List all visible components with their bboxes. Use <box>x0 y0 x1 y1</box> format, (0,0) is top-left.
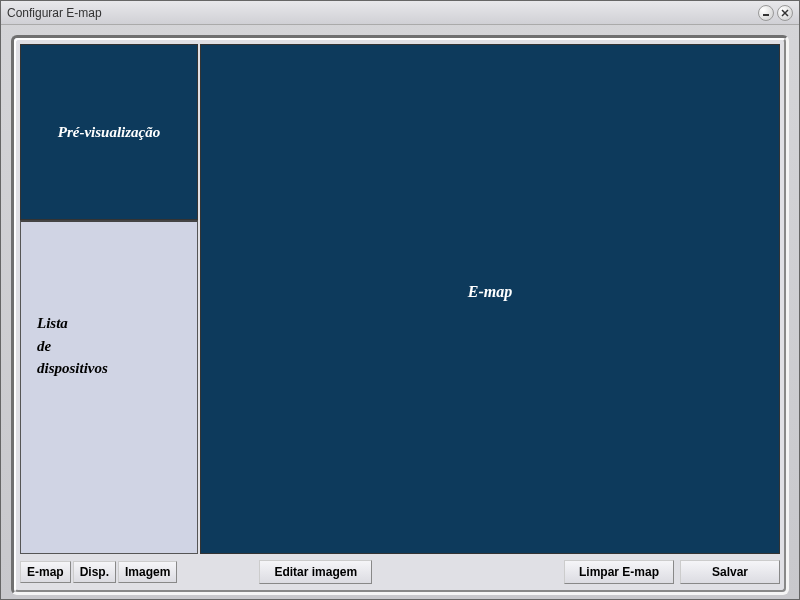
edit-image-button[interactable]: Editar imagem <box>259 560 372 584</box>
tab-disp[interactable]: Disp. <box>73 561 116 583</box>
bottom-bar: E-map Disp. Imagem Editar imagem Limpar … <box>20 558 780 586</box>
content-grid: Pré-visualização Listadedispositivos E-m… <box>20 44 780 554</box>
window-root: Configurar E-map Pré-visualização Listad… <box>0 0 800 600</box>
window-title: Configurar E-map <box>7 6 102 20</box>
emap-label: E-map <box>468 283 512 301</box>
titlebar-controls <box>758 5 793 21</box>
svg-rect-0 <box>763 14 769 16</box>
close-icon[interactable] <box>777 5 793 21</box>
tab-imagem[interactable]: Imagem <box>118 561 177 583</box>
device-list-pane: Listadedispositivos <box>20 220 198 554</box>
save-button[interactable]: Salvar <box>680 560 780 584</box>
window-body: Pré-visualização Listadedispositivos E-m… <box>1 25 799 599</box>
tab-group: E-map Disp. Imagem <box>20 561 177 583</box>
preview-pane: Pré-visualização <box>20 44 198 220</box>
preview-label: Pré-visualização <box>58 124 161 141</box>
minimize-icon[interactable] <box>758 5 774 21</box>
emap-canvas[interactable]: E-map <box>200 44 780 554</box>
clear-emap-button[interactable]: Limpar E-map <box>564 560 674 584</box>
main-frame: Pré-visualização Listadedispositivos E-m… <box>11 35 789 595</box>
titlebar: Configurar E-map <box>1 1 799 25</box>
sidebar: Pré-visualização Listadedispositivos <box>20 44 198 554</box>
device-list-label: Listadedispositivos <box>37 312 181 380</box>
tab-emap[interactable]: E-map <box>20 561 71 583</box>
